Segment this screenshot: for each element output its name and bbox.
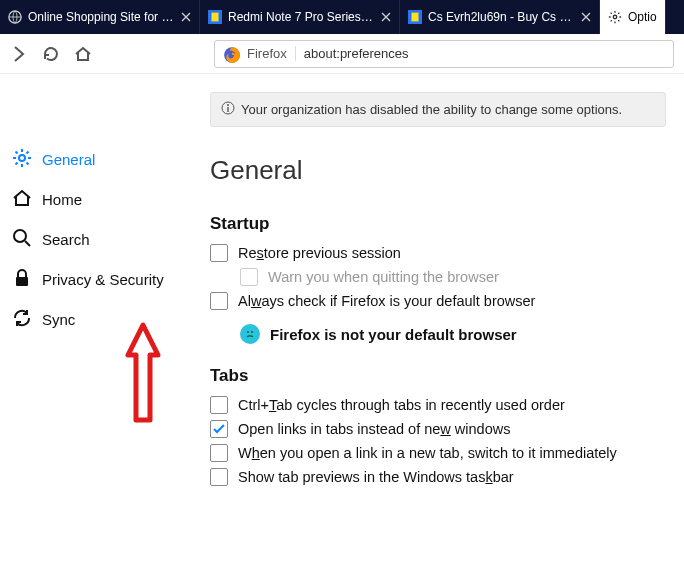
tab-label: Online Shopping Site for Mobil: [28, 10, 175, 24]
flipkart-icon: [208, 10, 222, 24]
default-browser-checkbox[interactable]: Always check if Firefox is your default …: [210, 292, 666, 310]
lock-icon: [12, 268, 32, 291]
address-url: about:preferences: [304, 46, 409, 61]
status-text: Firefox is not your default browser: [270, 326, 517, 343]
checkbox-icon: [240, 268, 258, 286]
checkbox-label: When you open a link in a new tab, switc…: [238, 445, 617, 461]
tab-previews-checkbox[interactable]: Show tab previews in the Windows taskbar: [210, 468, 666, 486]
globe-icon: [8, 10, 22, 24]
page-title: General: [210, 155, 666, 186]
checkbox-icon: [210, 292, 228, 310]
gear-icon: [12, 148, 32, 171]
sidebar-label: General: [42, 151, 95, 168]
sidebar-label: Sync: [42, 311, 75, 328]
gear-icon: [608, 10, 622, 24]
home-icon[interactable]: [74, 45, 92, 63]
checkbox-icon: [210, 420, 228, 438]
svg-point-11: [227, 104, 229, 106]
sidebar-label: Home: [42, 191, 82, 208]
default-browser-status: Firefox is not your default browser: [240, 324, 666, 344]
restore-session-checkbox[interactable]: Restore previous session: [210, 244, 666, 262]
svg-rect-4: [412, 13, 419, 22]
close-icon[interactable]: [381, 12, 391, 22]
checkbox-icon: [210, 468, 228, 486]
close-icon[interactable]: [181, 12, 191, 22]
tab-label: Cs Evrh2lu69n - Buy Cs Evrh2lu…: [428, 10, 575, 24]
search-icon: [12, 228, 32, 251]
startup-heading: Startup: [210, 214, 666, 234]
tab-label: Optio: [628, 10, 657, 24]
switch-to-tab-checkbox[interactable]: When you open a link in a new tab, switc…: [210, 444, 666, 462]
checkbox-label: Restore previous session: [238, 245, 401, 261]
browser-tab[interactable]: Online Shopping Site for Mobil: [0, 0, 200, 34]
browser-tab[interactable]: Cs Evrh2lu69n - Buy Cs Evrh2lu…: [400, 0, 600, 34]
checkbox-label: Show tab previews in the Windows taskbar: [238, 469, 514, 485]
tabs-heading: Tabs: [210, 366, 666, 386]
firefox-icon: [223, 46, 239, 62]
flipkart-icon: [408, 10, 422, 24]
checkbox-label: Ctrl+Tab cycles through tabs in recently…: [238, 397, 565, 413]
checkbox-label: Always check if Firefox is your default …: [238, 293, 535, 309]
preferences-main: Your organization has disabled the abili…: [180, 74, 684, 576]
svg-rect-12: [227, 107, 228, 112]
svg-point-8: [14, 230, 26, 242]
browser-tab-strip: Online Shopping Site for Mobil Redmi Not…: [0, 0, 684, 34]
svg-point-7: [19, 155, 25, 161]
sidebar-item-home[interactable]: Home: [8, 179, 180, 219]
sidebar-item-sync[interactable]: Sync: [8, 299, 180, 339]
info-icon: [221, 101, 235, 118]
notice-text: Your organization has disabled the abili…: [241, 102, 622, 117]
browser-tab[interactable]: Redmi Note 7 Pro Series - Buy …: [200, 0, 400, 34]
reload-icon[interactable]: [42, 45, 60, 63]
svg-rect-9: [16, 277, 28, 286]
sync-icon: [12, 308, 32, 331]
checkbox-label: Open links in tabs instead of new window…: [238, 421, 510, 437]
browser-tab-active[interactable]: Optio: [600, 0, 666, 34]
checkbox-icon: [210, 396, 228, 414]
address-brand: Firefox: [247, 46, 296, 61]
tab-label: Redmi Note 7 Pro Series - Buy …: [228, 10, 375, 24]
address-bar[interactable]: Firefox about:preferences: [214, 40, 674, 68]
svg-point-5: [613, 15, 617, 19]
preferences-sidebar: General Home Search Privacy & Security S…: [0, 74, 180, 576]
svg-rect-2: [212, 13, 219, 22]
sidebar-item-search[interactable]: Search: [8, 219, 180, 259]
sidebar-item-privacy[interactable]: Privacy & Security: [8, 259, 180, 299]
checkbox-icon: [210, 444, 228, 462]
svg-point-13: [247, 331, 249, 333]
close-icon[interactable]: [581, 12, 591, 22]
forward-icon[interactable]: [10, 45, 28, 63]
browser-toolbar: Firefox about:preferences: [0, 34, 684, 74]
checkbox-label: Warn you when quitting the browser: [268, 269, 499, 285]
home-icon: [12, 188, 32, 211]
org-notice: Your organization has disabled the abili…: [210, 92, 666, 127]
svg-point-14: [251, 331, 253, 333]
sidebar-item-general[interactable]: General: [8, 139, 180, 179]
warn-quit-checkbox: Warn you when quitting the browser: [240, 268, 666, 286]
open-links-checkbox[interactable]: Open links in tabs instead of new window…: [210, 420, 666, 438]
ctrl-tab-checkbox[interactable]: Ctrl+Tab cycles through tabs in recently…: [210, 396, 666, 414]
checkbox-icon: [210, 244, 228, 262]
sidebar-label: Search: [42, 231, 90, 248]
sad-face-icon: [240, 324, 260, 344]
sidebar-label: Privacy & Security: [42, 271, 164, 288]
